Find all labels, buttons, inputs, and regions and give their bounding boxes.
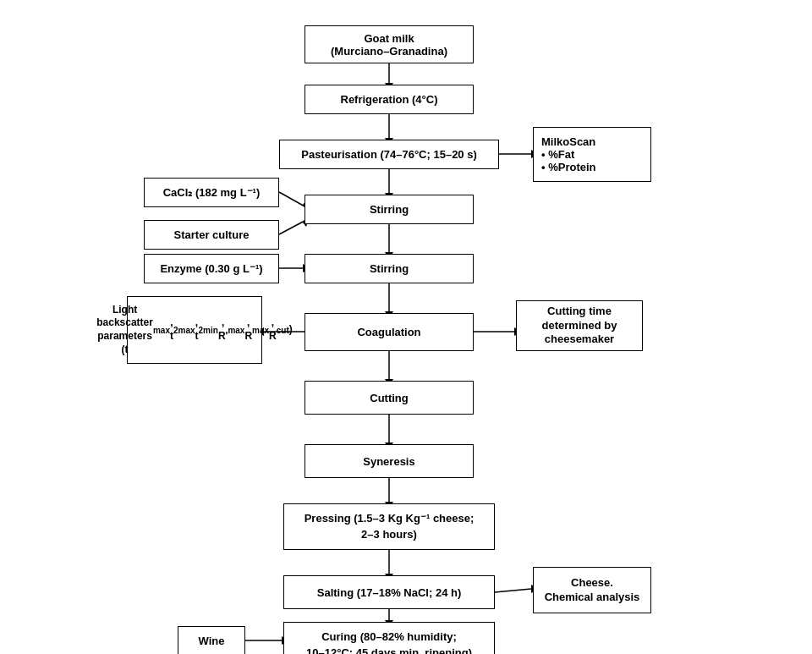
diagram-container: Goat milk(Murciano–Granadina) Refrigerat… (118, 17, 694, 651)
curing-box (283, 622, 495, 654)
enzyme-box (144, 254, 279, 283)
cuttingtime-box (516, 300, 643, 351)
stirring1-box (304, 195, 474, 224)
cutting-box (304, 381, 474, 415)
cacl2-box (144, 178, 279, 207)
milkoscan-box (533, 127, 651, 182)
refrigeration-box (304, 85, 474, 114)
coagulation-box (304, 313, 474, 351)
goat-milk-box (304, 25, 474, 63)
syneresis-box (304, 444, 474, 478)
chemical-box (533, 567, 651, 613)
pressing-box (283, 503, 495, 550)
svg-line-30 (495, 589, 531, 592)
salting-box (283, 575, 495, 609)
wine-box (178, 626, 245, 654)
stirring2-box (304, 254, 474, 283)
svg-line-8 (279, 192, 306, 207)
starter-box (144, 220, 279, 250)
lightbackscatter-box (127, 296, 262, 364)
svg-line-10 (279, 220, 306, 234)
pasteurisation-box (279, 140, 499, 169)
